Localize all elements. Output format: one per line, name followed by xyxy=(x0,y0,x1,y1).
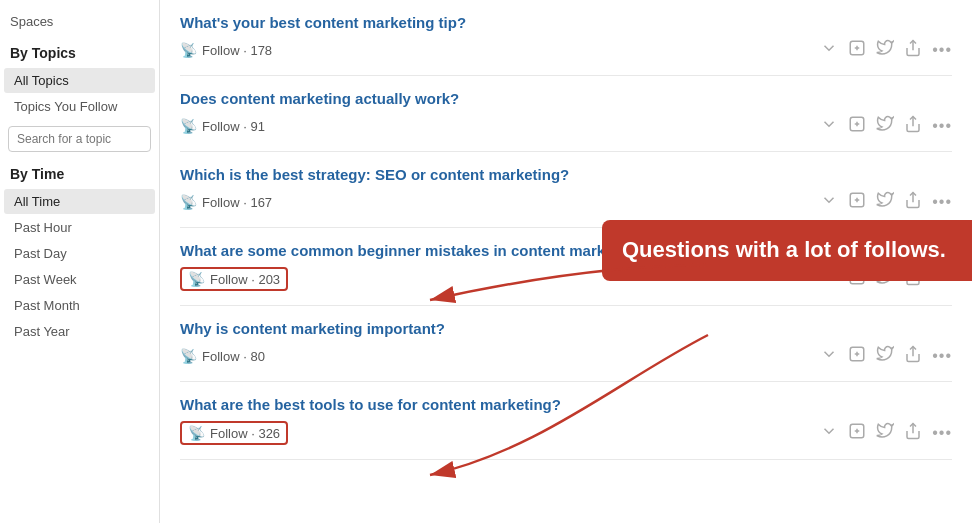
downvote-icon[interactable] xyxy=(820,39,838,61)
follow-icon: 📡 xyxy=(180,42,197,58)
sidebar-item-topics-you-follow[interactable]: Topics You Follow xyxy=(4,94,155,119)
action-icons: ••• xyxy=(820,191,952,213)
follow-count: Follow · 178 xyxy=(202,43,272,58)
action-icons: ••• xyxy=(820,115,952,137)
follow-button[interactable]: 📡Follow · 178 xyxy=(180,42,272,58)
action-icons: ••• xyxy=(820,345,952,367)
question-item: What's your best content marketing tip?📡… xyxy=(180,0,952,76)
question-title[interactable]: What are the best tools to use for conte… xyxy=(180,396,952,413)
question-title[interactable]: Does content marketing actually work? xyxy=(180,90,952,107)
question-title[interactable]: Why is content marketing important? xyxy=(180,320,952,337)
share-twitter-icon[interactable] xyxy=(876,422,894,444)
share-twitter-icon[interactable] xyxy=(876,115,894,137)
question-meta: 📡Follow · 167••• xyxy=(180,191,952,213)
share-facebook-icon[interactable] xyxy=(848,39,866,61)
annotation-text: Questions with a lot of follows. xyxy=(622,237,946,262)
share-twitter-icon[interactable] xyxy=(876,345,894,367)
downvote-icon[interactable] xyxy=(820,191,838,213)
follow-count: Follow · 91 xyxy=(202,119,265,134)
by-time-title: By Time xyxy=(0,158,159,188)
question-title[interactable]: What's your best content marketing tip? xyxy=(180,14,952,31)
question-item: What are the best tools to use for conte… xyxy=(180,382,952,460)
by-topics-title: By Topics xyxy=(0,37,159,67)
follow-icon: 📡 xyxy=(188,425,205,441)
main-content: What's your best content marketing tip?📡… xyxy=(160,0,972,523)
share-twitter-icon[interactable] xyxy=(876,39,894,61)
share-icon[interactable] xyxy=(904,39,922,61)
more-icon[interactable]: ••• xyxy=(932,347,952,365)
follow-count: Follow · 326 xyxy=(210,426,280,441)
follow-button[interactable]: 📡Follow · 326 xyxy=(180,421,288,445)
follow-count: Follow · 80 xyxy=(202,349,265,364)
question-meta: 📡Follow · 326••• xyxy=(180,421,952,445)
follow-icon: 📡 xyxy=(180,194,197,210)
follow-icon: 📡 xyxy=(188,271,205,287)
share-facebook-icon[interactable] xyxy=(848,345,866,367)
downvote-icon[interactable] xyxy=(820,422,838,444)
share-icon[interactable] xyxy=(904,115,922,137)
action-icons: ••• xyxy=(820,39,952,61)
question-meta: 📡Follow · 178••• xyxy=(180,39,952,61)
spaces-link[interactable]: Spaces xyxy=(0,10,159,37)
more-icon[interactable]: ••• xyxy=(932,41,952,59)
share-facebook-icon[interactable] xyxy=(848,115,866,137)
follow-button[interactable]: 📡Follow · 167 xyxy=(180,194,272,210)
more-icon[interactable]: ••• xyxy=(932,117,952,135)
sidebar-item-all-time[interactable]: All Time xyxy=(4,189,155,214)
share-icon[interactable] xyxy=(904,345,922,367)
search-input[interactable] xyxy=(8,126,151,152)
share-icon[interactable] xyxy=(904,422,922,444)
follow-icon: 📡 xyxy=(180,348,197,364)
more-icon[interactable]: ••• xyxy=(932,193,952,211)
sidebar: Spaces By Topics All Topics Topics You F… xyxy=(0,0,160,523)
sidebar-item-past-hour[interactable]: Past Hour xyxy=(4,215,155,240)
sidebar-item-past-day[interactable]: Past Day xyxy=(4,241,155,266)
question-item: Does content marketing actually work?📡Fo… xyxy=(180,76,952,152)
question-item: Why is content marketing important?📡Foll… xyxy=(180,306,952,382)
sidebar-item-past-week[interactable]: Past Week xyxy=(4,267,155,292)
downvote-icon[interactable] xyxy=(820,115,838,137)
downvote-icon[interactable] xyxy=(820,345,838,367)
question-meta: 📡Follow · 80••• xyxy=(180,345,952,367)
follow-icon: 📡 xyxy=(180,118,197,134)
question-title[interactable]: Which is the best strategy: SEO or conte… xyxy=(180,166,952,183)
annotation-box: Questions with a lot of follows. xyxy=(602,220,972,281)
follow-button[interactable]: 📡Follow · 91 xyxy=(180,118,265,134)
follow-count: Follow · 167 xyxy=(202,195,272,210)
follow-button[interactable]: 📡Follow · 203 xyxy=(180,267,288,291)
follow-button[interactable]: 📡Follow · 80 xyxy=(180,348,265,364)
sidebar-item-past-year[interactable]: Past Year xyxy=(4,319,155,344)
sidebar-item-all-topics[interactable]: All Topics xyxy=(4,68,155,93)
sidebar-item-past-month[interactable]: Past Month xyxy=(4,293,155,318)
more-icon[interactable]: ••• xyxy=(932,424,952,442)
action-icons: ••• xyxy=(820,422,952,444)
question-meta: 📡Follow · 91••• xyxy=(180,115,952,137)
question-item: Which is the best strategy: SEO or conte… xyxy=(180,152,952,228)
share-twitter-icon[interactable] xyxy=(876,191,894,213)
share-facebook-icon[interactable] xyxy=(848,191,866,213)
share-icon[interactable] xyxy=(904,191,922,213)
share-facebook-icon[interactable] xyxy=(848,422,866,444)
follow-count: Follow · 203 xyxy=(210,272,280,287)
